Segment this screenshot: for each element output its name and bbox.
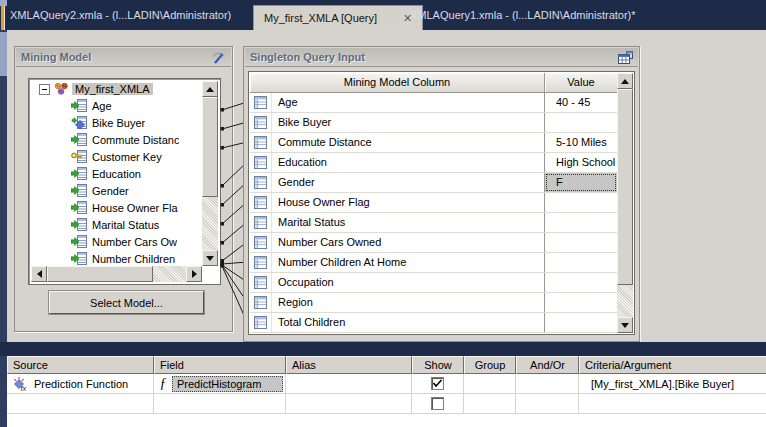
- table-icon: [250, 173, 272, 192]
- alias-cell[interactable]: [286, 394, 412, 414]
- column-header-value[interactable]: Value: [545, 73, 617, 93]
- tree-item-label: Marital Status: [92, 219, 159, 231]
- grid-header-and-or[interactable]: And/Or: [516, 356, 579, 374]
- show-cell: [412, 394, 464, 414]
- tree-root-item[interactable]: My_first_XMLA: [31, 81, 202, 97]
- mining-model-column-cell: Commute Distance: [272, 133, 545, 152]
- source-label: Prediction Function: [34, 378, 128, 390]
- tree-item-label: Number Children: [92, 253, 175, 265]
- tree-item-house-owner-fla[interactable]: House Owner Fla: [31, 199, 202, 216]
- singleton-row-education: EducationHigh School: [250, 153, 617, 173]
- value-cell[interactable]: F: [545, 173, 617, 192]
- tree-item-customer-key[interactable]: Customer Key: [31, 148, 202, 165]
- mining-model-column-cell: Number Children At Home: [272, 253, 545, 272]
- scroll-left-button[interactable]: [31, 266, 47, 282]
- grid-header-source[interactable]: Source: [7, 356, 154, 374]
- grid-header-show[interactable]: Show: [412, 356, 464, 374]
- tree-item-gender[interactable]: Gender: [31, 182, 202, 199]
- value-cell[interactable]: [545, 313, 617, 332]
- mining-model-column-cell: Marital Status: [272, 213, 545, 232]
- document-tab-bar: XMLAQuery2.xmla - (l...LADIN\Administrat…: [0, 0, 766, 30]
- value-cell[interactable]: [545, 213, 617, 232]
- active-tab-label: My_first_XMLA [Query]: [264, 12, 377, 24]
- singleton-vertical-scrollbar[interactable]: [617, 73, 633, 333]
- grid-row-2: [7, 394, 766, 414]
- grid-row-1: fxPrediction FunctionƒPredictHistogram[M…: [7, 374, 766, 394]
- value-cell[interactable]: [545, 253, 617, 272]
- show-cell: [412, 374, 464, 394]
- grid-header-group[interactable]: Group: [464, 356, 516, 374]
- singleton-table-header: Mining Model Column Value: [250, 73, 617, 93]
- value-cell[interactable]: 40 - 45: [545, 93, 617, 112]
- svg-text:fx: fx: [21, 384, 27, 392]
- tab-xmlaquery2[interactable]: XMLAQuery2.xmla - (l...LADIN\Administrat…: [10, 0, 231, 30]
- tree-item-bike-buyer[interactable]: Bike Buyer: [31, 114, 202, 131]
- alias-cell[interactable]: [286, 374, 412, 394]
- tab-xmlaquery1[interactable]: XMLAQuery1.xmla - (l...LADIN\Administrat…: [410, 0, 636, 30]
- input-column-icon: [71, 167, 87, 180]
- tree-hscroll-thumb[interactable]: [47, 266, 153, 282]
- tree-item-number-cars-ow[interactable]: Number Cars Ow: [31, 233, 202, 250]
- select-model-button[interactable]: Select Model...: [49, 291, 204, 314]
- scroll-up-button[interactable]: [617, 73, 633, 89]
- table-icon: [250, 93, 272, 112]
- column-header-mining-model-column[interactable]: Mining Model Column: [250, 73, 545, 93]
- source-cell[interactable]: fxPrediction Function: [7, 374, 154, 394]
- grid-header-row: SourceFieldAliasShowGroupAnd/OrCriteria/…: [7, 356, 766, 374]
- criteria-cell[interactable]: [579, 394, 766, 414]
- field-cell[interactable]: [154, 394, 286, 414]
- grid-header-criteria-argument[interactable]: Criteria/Argument: [579, 356, 766, 374]
- cluster-icon: [54, 83, 68, 95]
- singleton-row-commute-distance: Commute Distance5-10 Miles: [250, 133, 617, 153]
- singleton-query-input-panel: Singleton Query Input Mining Model Colum…: [243, 46, 640, 342]
- input-column-icon: [71, 201, 87, 214]
- grid-header-alias[interactable]: Alias: [286, 356, 412, 374]
- value-cell[interactable]: 5-10 Miles: [545, 133, 617, 152]
- left-edge-scrollbar[interactable]: [0, 30, 7, 427]
- source-cell[interactable]: [7, 394, 154, 414]
- group-cell[interactable]: [464, 374, 516, 394]
- left-scrollbar-thumb[interactable]: [0, 32, 7, 76]
- criteria-cell[interactable]: [My_first_XMLA].[Bike Buyer]: [579, 374, 766, 394]
- tab-my-first-xmla-query[interactable]: My_first_XMLA [Query] ✕: [253, 5, 423, 30]
- grid-rows: fxPrediction FunctionƒPredictHistogram[M…: [7, 374, 766, 414]
- singleton-panel-header: Singleton Query Input: [245, 48, 638, 67]
- tree-item-number-children[interactable]: Number Children: [31, 250, 202, 266]
- andor-cell[interactable]: [516, 374, 579, 394]
- value-cell[interactable]: [545, 113, 617, 132]
- mining-model-column-cell: Gender: [272, 173, 545, 192]
- value-cell[interactable]: [545, 233, 617, 252]
- singleton-row-bike-buyer: Bike Buyer: [250, 113, 617, 133]
- value-cell[interactable]: [545, 193, 617, 212]
- value-cell[interactable]: [545, 273, 617, 292]
- tree-horizontal-scrollbar[interactable]: [31, 266, 202, 282]
- value-cell[interactable]: High School: [545, 153, 617, 172]
- table-icon: [250, 193, 272, 212]
- pane-separator[interactable]: [0, 342, 766, 356]
- table-icon: [250, 153, 272, 172]
- table-icon: [250, 113, 272, 132]
- input-column-icon: [71, 184, 87, 197]
- andor-cell[interactable]: [516, 394, 579, 414]
- show-checkbox[interactable]: [431, 397, 444, 410]
- scroll-down-button[interactable]: [617, 317, 633, 333]
- tree-item-marital-status[interactable]: Marital Status: [31, 216, 202, 233]
- tree-item-commute-distanc[interactable]: Commute Distanc: [31, 131, 202, 148]
- mining-model-tree: My_first_XMLA Age Bike Buyer Commute Dis…: [28, 78, 221, 285]
- collapse-icon[interactable]: [39, 84, 50, 95]
- tree-item-age[interactable]: Age: [31, 97, 202, 114]
- singleton-row-number-cars-owned: Number Cars Owned: [250, 233, 617, 253]
- tree-item-label: Number Cars Ow: [92, 236, 177, 248]
- value-cell[interactable]: [545, 293, 617, 312]
- tree-item-label: Bike Buyer: [92, 117, 145, 129]
- group-cell[interactable]: [464, 394, 516, 414]
- mining-model-column-cell: House Owner Flag: [272, 193, 545, 212]
- mining-model-column-cell: Bike Buyer: [272, 113, 545, 132]
- accent-strip: [1, 6, 5, 30]
- field-cell[interactable]: ƒPredictHistogram: [154, 374, 286, 394]
- singleton-vscroll-thumb[interactable]: [617, 89, 633, 285]
- table-icon: [250, 313, 272, 332]
- show-checkbox[interactable]: [431, 377, 444, 390]
- grid-header-field[interactable]: Field: [154, 356, 286, 374]
- tree-item-education[interactable]: Education: [31, 165, 202, 182]
